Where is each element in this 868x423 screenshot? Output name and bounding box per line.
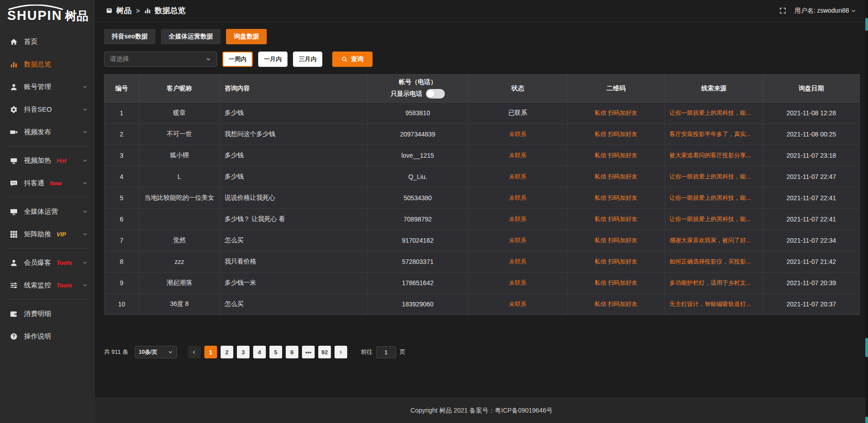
range-week-button[interactable]: 一周内 [222,52,253,67]
cell-no: 10 [104,294,139,315]
range-month-button[interactable]: 一月内 [258,52,288,67]
qr-actions-link[interactable]: 私信 扫码加好友 [594,173,637,180]
qr-actions-link[interactable]: 私信 扫码加好友 [594,109,637,116]
cell-content: 多少钱？ 让我死心 看 [220,209,367,230]
cell-account: 70898792 [367,209,468,230]
sidebar-item-data-overview[interactable]: 数据总览 [0,53,95,75]
chevron-down-icon [82,84,88,89]
sidebar-item-member-baoke[interactable]: 会员爆客 Tools [0,251,95,274]
lead-source-link[interactable]: 让你一眼就爱上的黑科技，能... [670,109,751,116]
page-button-2[interactable]: 2 [221,346,233,358]
table-header-row: 编号 客户昵称 咨询内容 帐号（电话） 只显示电话 状态 二维码 线索来源 [104,75,860,103]
page-button-5[interactable]: 5 [269,346,282,358]
app-root: SHUPIN树品 首页 数据总览 账号管理 抖音SEO [0,0,868,423]
page-button-6[interactable]: 6 [286,346,298,358]
sidebar-item-video-publish[interactable]: 视频发布 [0,121,95,143]
page-size-select[interactable]: 10条/页 [135,346,177,358]
brand-name-cn: 树品 [65,9,89,23]
sidebar-item-label: 抖音SEO [24,105,52,114]
lead-source-link[interactable]: 客厅安装投影半年多了，真实... [670,131,751,137]
sidebar-item-home[interactable]: 首页 [0,30,95,53]
scrollbar[interactable] [865,0,868,423]
cell-nickname: 狐小狸 [139,145,220,166]
scrollbar-thumb[interactable] [865,18,868,31]
fullscreen-icon[interactable] [779,7,786,14]
phone-only-toggle[interactable] [426,89,445,99]
qr-actions-link[interactable]: 私信 扫码加好友 [594,279,637,286]
username-label: 用户名: zswodun88 [794,7,849,15]
lead-source-link[interactable]: 让你一眼就爱上的黑科技，能... [670,173,751,180]
home-icon [10,38,18,46]
status-badge: 未联系 [509,237,527,244]
table-row: 9 潮起潮落 多少钱一米 178651642 未联系 私信 扫码加好友 多功能护… [104,273,860,294]
user-area: 用户名: zswodun88 [779,7,856,15]
tab-inquiry-data[interactable]: 询盘数据 [226,29,267,44]
qr-actions-link[interactable]: 私信 扫码加好友 [594,216,637,222]
sidebar-item-doketong[interactable]: 抖客通 New [0,172,95,194]
page-jump: 前往 页 [361,346,406,358]
cell-nickname: 暖章 [139,103,220,124]
qr-actions-link[interactable]: 私信 扫码加好友 [594,258,637,265]
sidebar-item-omnimedia[interactable]: 全媒体运营 [0,200,95,223]
tab-douyin-seo-data[interactable]: 抖音seo数据 [104,29,156,44]
sidebar-item-label: 线索监控 [24,281,51,290]
cell-account: Q_Liu. [367,166,468,188]
monitor-icon [10,208,18,216]
status-badge: 未联系 [509,152,527,159]
lead-source-link[interactable]: 无主灯设计，智能磁吸轨道灯... [670,301,751,307]
chevron-down-icon [82,107,88,112]
lead-source-link[interactable]: 感谢大家喜欢我家，被问了好... [670,237,751,244]
cell-date: 2021-11-07 22:34 [763,230,860,251]
sidebar-item-label: 抖客通 [24,179,44,188]
breadcrumb-root[interactable]: 树品 [116,5,132,16]
prev-page-button[interactable] [188,346,201,358]
sidebar-item-matrix-boost[interactable]: 矩阵助推 VIP [0,223,95,245]
cell-no: 3 [104,145,139,166]
chevron-down-icon [82,260,88,265]
col-account: 帐号（电话） 只显示电话 [367,75,468,103]
lead-source-link[interactable]: 让你一眼就爱上的黑科技，能... [670,216,751,222]
sidebar-item-douyin-seo[interactable]: 抖音SEO [0,98,95,121]
cell-date: 2021-11-07 22:41 [763,188,860,209]
page-ellipsis-button[interactable]: ••• [302,346,315,358]
lead-source-link[interactable]: 被大家追着问的客厅投影分享... [670,152,751,159]
qr-actions-link[interactable]: 私信 扫码加好友 [594,237,637,244]
tab-omnimedia-data[interactable]: 全媒体运营数据 [161,29,221,44]
filter-select[interactable]: 请选择 [104,52,217,67]
qr-actions-link[interactable]: 私信 扫码加好友 [594,301,637,307]
board-icon [106,7,113,14]
lead-source-link[interactable]: 如何正确选择投影仪，买投影... [670,258,751,265]
qr-actions-link[interactable]: 私信 扫码加好友 [594,194,637,201]
member-icon [10,259,18,267]
range-quarter-button[interactable]: 三月内 [293,52,322,67]
chevron-down-icon [206,56,211,62]
sidebar-item-help[interactable]: ? 操作说明 [0,325,95,348]
sidebar-item-video-heat[interactable]: 视频加热 Hot [0,149,95,172]
page-button-4[interactable]: 4 [253,346,266,358]
chevron-down-icon [82,209,88,214]
qr-actions-link[interactable]: 私信 扫码加好友 [594,131,637,137]
search-button[interactable]: 查询 [332,52,373,67]
sidebar-item-account-mgmt[interactable]: 账号管理 [0,75,95,98]
sidebar-divider [5,146,90,146]
jump-page-input[interactable] [376,346,396,358]
page-button-1[interactable]: 1 [204,346,217,358]
search-icon [341,56,348,62]
next-page-button[interactable] [335,346,347,358]
col-date: 询盘日期 [763,75,860,103]
cell-content: 多少钱 [220,145,367,166]
page-button-3[interactable]: 3 [237,346,250,358]
cell-account: 2097344839 [367,124,468,145]
table-row: 6 多少钱？ 让我死心 看 70898792 未联系 私信 扫码加好友 让你一眼… [104,209,860,230]
page-button-92[interactable]: 92 [318,346,331,358]
qr-actions-link[interactable]: 私信 扫码加好友 [594,152,637,159]
sidebar-item-lead-monitor[interactable]: 线索监控 Tools [0,274,95,296]
table-row: 4 L 多少钱 Q_Liu. 未联系 私信 扫码加好友 让你一眼就爱上的黑科技，… [104,166,860,188]
page-size-value: 10条/页 [139,348,157,356]
status-badge: 未联系 [509,258,527,265]
sidebar-item-expense-detail[interactable]: 消费明细 [0,302,95,325]
lead-source-link[interactable]: 多功能护栏灯，适用于乡村文... [670,279,751,286]
sidebar-divider [5,299,90,300]
lead-source-link[interactable]: 让你一眼就爱上的黑科技，能... [670,194,751,201]
user-menu[interactable]: 用户名: zswodun88 [794,7,856,15]
